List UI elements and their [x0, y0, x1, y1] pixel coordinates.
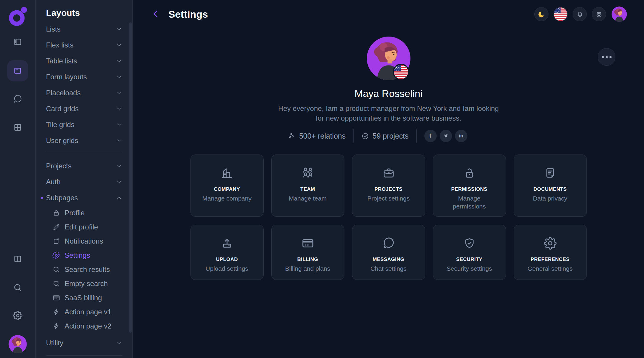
rail-columns-button[interactable]: [7, 248, 28, 270]
card-billing[interactable]: BILLING Billing and plans: [271, 225, 344, 280]
sidebar-item-placeloads[interactable]: Placeloads: [36, 85, 132, 101]
sidebar-item-flex-lists[interactable]: Flex lists: [36, 37, 132, 53]
sidebar-item-projects[interactable]: Projects: [36, 158, 132, 174]
chevron-down-icon: [116, 340, 122, 346]
card-upload[interactable]: UPLOAD Upload settings: [190, 225, 264, 280]
document-icon: [544, 167, 557, 180]
sidebar-item-user-grids[interactable]: User grids: [36, 133, 132, 149]
sidebar-title: Layouts: [36, 8, 132, 18]
sidebar-item-subpages[interactable]: Subpages: [36, 190, 132, 206]
sidebar-scrollbar[interactable]: [129, 22, 132, 333]
sidebar-subitem-search-results[interactable]: Search results: [36, 262, 132, 277]
twitter-button[interactable]: [440, 130, 452, 142]
check-circle-icon: [361, 132, 369, 140]
sidebar-item-lists[interactable]: Lists: [36, 21, 132, 37]
gear-icon: [52, 252, 60, 259]
ellipsis-icon: [602, 56, 612, 58]
topbar: Settings: [133, 0, 644, 28]
sidebar-subitem-action-page-v1[interactable]: Action page v1: [36, 305, 132, 319]
sidebar-subitem-action-page-v2[interactable]: Action page v2: [36, 319, 132, 333]
rail-search-button[interactable]: [7, 277, 28, 298]
settings-cards-row-2: UPLOAD Upload settings BILLING Billing a…: [190, 225, 587, 280]
sidebar-subitem-settings[interactable]: Settings: [36, 248, 132, 262]
gear-icon: [544, 237, 557, 250]
profile-bio: Hey everyone, Iam a product manager from…: [133, 104, 644, 123]
notifications-button[interactable]: [573, 7, 587, 21]
sidebar-subitem-profile[interactable]: Profile: [36, 206, 132, 220]
sidebar-item-utility[interactable]: Utility: [36, 335, 132, 351]
country-flag-badge: [393, 64, 409, 80]
card-permissions[interactable]: PERMISSIONS Manage permissions: [433, 155, 506, 217]
facebook-button[interactable]: f: [424, 130, 437, 142]
chevron-down-icon: [116, 122, 122, 127]
relations-stat: 500+ relations: [280, 132, 353, 140]
sidebar-item-auth[interactable]: Auth: [36, 174, 132, 190]
lock-open-icon: [463, 167, 476, 180]
rail-messages-button[interactable]: [7, 88, 28, 110]
rail-panels-button[interactable]: [7, 31, 28, 52]
chat-bubble-icon: [13, 94, 22, 104]
profile-stats: 500+ relations 59 projects f in: [118, 129, 629, 143]
rail-layouts-button[interactable]: [7, 60, 28, 81]
shield-check-icon: [463, 237, 476, 250]
brand-logo-icon: [5, 4, 31, 29]
bell-icon: [576, 10, 584, 18]
settings-cards-row-1: COMPANY Manage company TEAM Manage team …: [190, 155, 587, 217]
moon-icon: [538, 10, 546, 18]
avatar-illustration: [612, 6, 627, 22]
sidebar-item-form-layouts[interactable]: Form layouts: [36, 69, 132, 85]
card-preferences[interactable]: PREFERENCES General settings: [514, 225, 587, 280]
stat-divider: [416, 129, 417, 143]
main-content: Settings: [133, 0, 644, 358]
bolt-icon: [52, 308, 60, 316]
brand-logo[interactable]: [5, 4, 31, 29]
more-options-button[interactable]: [598, 48, 615, 66]
chat-bubble-icon: [382, 237, 395, 250]
icon-rail: [0, 0, 36, 358]
linkedin-icon: in: [459, 133, 463, 139]
sidebar-subitem-empty-search[interactable]: Empty search: [36, 277, 132, 291]
back-button[interactable]: [151, 9, 161, 19]
chevron-down-icon: [116, 138, 122, 143]
rail-user-avatar[interactable]: [9, 335, 27, 353]
card-security[interactable]: SECURITY Security settings: [433, 225, 506, 280]
sidebar: Layouts Lists Flex lists Table lists For…: [36, 0, 133, 358]
chevron-down-icon: [116, 90, 122, 96]
sidebar-subitem-edit-profile[interactable]: Edit profile: [36, 220, 132, 234]
card-projects[interactable]: PROJECTS Project settings: [352, 155, 425, 217]
apps-button[interactable]: [592, 7, 606, 21]
chevron-down-icon: [116, 163, 122, 169]
rail-grid-button[interactable]: [7, 117, 28, 138]
credit-card-icon: [301, 237, 314, 250]
team-icon: [301, 167, 314, 180]
chevron-down-icon: [116, 74, 122, 80]
upload-icon: [221, 237, 234, 250]
profile-avatar[interactable]: [367, 37, 410, 80]
chevron-up-icon: [116, 195, 122, 201]
sidebar-divider: [46, 153, 122, 153]
pencil-icon: [52, 223, 60, 231]
sidebar-subitem-notifications[interactable]: Notifications: [36, 234, 132, 248]
rail-settings-button[interactable]: [7, 305, 28, 326]
social-links: f in: [424, 130, 467, 142]
language-button[interactable]: [553, 7, 568, 21]
search-icon: [13, 283, 22, 292]
card-team[interactable]: TEAM Manage team: [271, 155, 344, 217]
sidebar-item-table-lists[interactable]: Table lists: [36, 53, 132, 69]
topbar-actions: [534, 6, 627, 22]
app-root: Layouts Lists Flex lists Table lists For…: [0, 0, 644, 358]
sidebar-item-tile-grids[interactable]: Tile grids: [36, 117, 132, 133]
sidebar-subitem-saas-billing[interactable]: SaaS billing: [36, 291, 132, 305]
lock-icon: [52, 209, 60, 217]
card-documents[interactable]: DOCUMENTS Data privacy: [514, 155, 587, 217]
linkedin-button[interactable]: in: [455, 130, 467, 142]
sidebar-divider-bottom: [46, 355, 122, 356]
card-company[interactable]: COMPANY Manage company: [190, 155, 264, 217]
sidebar-item-card-grids[interactable]: Card grids: [36, 101, 132, 117]
topbar-user-avatar[interactable]: [612, 6, 627, 22]
search-icon: [52, 280, 60, 288]
chevron-down-icon: [116, 106, 122, 111]
gear-icon: [13, 311, 22, 320]
theme-toggle-button[interactable]: [534, 7, 548, 21]
card-messaging[interactable]: MESSAGING Chat settings: [352, 225, 425, 280]
